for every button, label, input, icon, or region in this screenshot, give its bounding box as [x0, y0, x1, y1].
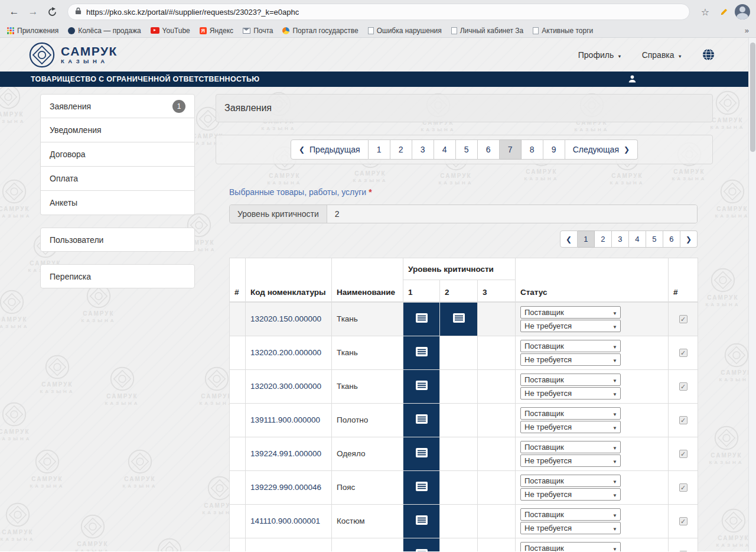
name-cell: Одеяло [332, 437, 403, 470]
level-3-cell [478, 504, 516, 538]
bookmarks-overflow-icon[interactable] [745, 26, 749, 35]
status-select-required[interactable]: Не требуется [520, 488, 621, 501]
level-1-cell[interactable] [403, 336, 440, 369]
back-icon[interactable] [6, 4, 22, 20]
table-row: 139229.990.000046 Пояс Поставщик Не треб… [230, 470, 698, 504]
pagination-page-1[interactable]: 1 [369, 139, 390, 160]
status-select-supplier[interactable]: Поставщик [520, 374, 621, 386]
status-select-supplier[interactable]: Поставщик [520, 441, 621, 453]
row-checkbox[interactable] [679, 517, 687, 525]
scrollbar-thumb[interactable] [750, 43, 755, 152]
sidebar-item-perepiska[interactable]: Переписка [40, 264, 195, 288]
refresh-icon[interactable] [44, 4, 60, 20]
pagination-prev-button[interactable]: Предыдущая [291, 139, 369, 160]
language-globe-icon[interactable] [702, 48, 715, 61]
bookmark-torgi[interactable]: Активные торги [533, 27, 593, 35]
pagination-page-2[interactable]: 2 [390, 139, 412, 160]
status-select-supplier[interactable]: Поставщик [520, 542, 621, 552]
row-checkbox[interactable] [679, 551, 687, 551]
row-checkbox[interactable] [679, 315, 687, 323]
level-1-cell[interactable] [403, 538, 440, 551]
status-select-required[interactable]: Не требуется [520, 454, 621, 467]
col-header-status: Статус [516, 258, 669, 302]
level-1-cell[interactable] [403, 369, 440, 403]
status-select-supplier[interactable]: Поставщик [520, 407, 621, 420]
browser-toolbar: https://pko.skc.kz/portal/#/supplier/req… [0, 0, 756, 24]
sidebar-item-ankety[interactable]: Анкеты [40, 191, 195, 215]
apps-shortcut[interactable]: Приложения [7, 27, 58, 35]
level-2-cell[interactable] [440, 302, 478, 336]
selected-goods-link[interactable]: Выбранные товары, работы, услуги [229, 187, 366, 197]
bookmark-mail[interactable]: Почта [243, 27, 273, 35]
sidebar-item-oplata[interactable]: Оплата [40, 167, 195, 191]
sidebar-item-polzovateli[interactable]: Пользователи [40, 228, 195, 252]
code-cell: 132020.150.000000 [246, 302, 332, 336]
status-select-required[interactable]: Не требуется [520, 522, 621, 534]
table-pagination-page-4[interactable]: 4 [629, 230, 646, 248]
bookmark-cabinet[interactable]: Личный кабинет За [451, 27, 524, 35]
level-1-cell[interactable] [403, 302, 440, 336]
level-1-cell[interactable] [403, 437, 440, 470]
level-1-cell[interactable] [403, 470, 440, 504]
table-pagination-next-button[interactable] [680, 230, 698, 248]
status-cell: Поставщик Не требуется [516, 369, 669, 403]
url-text: https://pko.skc.kz/portal/#/supplier/req… [86, 8, 299, 17]
level-1-cell[interactable] [403, 504, 440, 538]
bookmark-yandex[interactable]: Яндекс [200, 27, 233, 35]
page-scrollbar[interactable] [748, 38, 756, 551]
status-select-supplier[interactable]: Поставщик [520, 508, 621, 521]
table-pagination-page-2[interactable]: 2 [595, 230, 612, 248]
status-select-supplier[interactable]: Поставщик [520, 340, 621, 352]
row-checkbox[interactable] [679, 450, 687, 458]
help-menu[interactable]: Справка [642, 50, 682, 60]
profile-menu[interactable]: Профиль [578, 50, 622, 60]
bookmark-kolesa[interactable]: Колёса — продажа [68, 27, 141, 35]
sidebar-item-dogovora[interactable]: Договора [40, 142, 195, 167]
check-cell [669, 369, 698, 403]
forward-icon[interactable] [25, 4, 41, 20]
table-pagination-prev-button[interactable] [560, 230, 578, 248]
pagination-page-3[interactable]: 3 [412, 139, 434, 160]
extension-pencil-icon[interactable] [716, 4, 732, 20]
sidebar-item-zayavleniya[interactable]: Заявления 1 [40, 94, 195, 118]
status-select-supplier[interactable]: Поставщик [520, 306, 621, 319]
pagination-page-6[interactable]: 6 [478, 139, 500, 160]
pagination-page-5[interactable]: 5 [456, 139, 478, 160]
bookmark-label: Яндекс [210, 27, 233, 35]
row-checkbox[interactable] [679, 349, 687, 357]
pagination-page-7-active[interactable]: 7 [500, 139, 522, 160]
table-pagination-page-3[interactable]: 3 [612, 230, 629, 248]
table-pagination-page-5[interactable]: 5 [646, 230, 663, 248]
table-pagination-page-6[interactable]: 6 [663, 230, 680, 248]
sidebar: Заявления 1 Уведомления Договора Оплата … [40, 94, 195, 301]
pagination-next-button[interactable]: Следующая [565, 139, 638, 160]
profile-avatar[interactable] [735, 4, 750, 20]
address-bar[interactable]: https://pko.skc.kz/portal/#/supplier/req… [67, 4, 690, 20]
user-person-icon[interactable] [628, 74, 637, 85]
row-checkbox[interactable] [679, 416, 687, 424]
status-select-required[interactable]: Не требуется [520, 421, 621, 433]
status-select-required[interactable]: Не требуется [520, 387, 621, 400]
pagination-page-9[interactable]: 9 [543, 139, 565, 160]
page-icon [533, 27, 539, 34]
list-icon [452, 313, 465, 323]
bookmark-star-icon[interactable] [697, 4, 713, 20]
pagination-page-4[interactable]: 4 [434, 139, 456, 160]
status-select-required[interactable]: Не требуется [520, 353, 621, 366]
level-1-cell[interactable] [403, 403, 440, 437]
sidebar-item-uvedomleniya[interactable]: Уведомления [40, 118, 195, 142]
status-select-supplier[interactable]: Поставщик [520, 475, 621, 487]
status-select-required[interactable]: Не требуется [520, 320, 621, 332]
pagination-page-8[interactable]: 8 [522, 139, 543, 160]
bookmark-egov[interactable]: Портал государстве [282, 27, 358, 35]
table-pagination-page-1-active[interactable]: 1 [578, 230, 595, 248]
list-icon [415, 515, 428, 525]
name-cell: Ткань [332, 369, 403, 403]
row-checkbox[interactable] [679, 382, 687, 391]
row-num-cell [230, 538, 246, 551]
bookmark-youtube[interactable]: YouTube [151, 27, 190, 35]
bookmark-error[interactable]: Ошибка нарушения [368, 27, 442, 35]
row-checkbox[interactable] [679, 483, 687, 492]
list-icon [415, 313, 428, 323]
samruk-kazyna-logo[interactable]: САМРУК КАЗЫНА [28, 41, 118, 69]
